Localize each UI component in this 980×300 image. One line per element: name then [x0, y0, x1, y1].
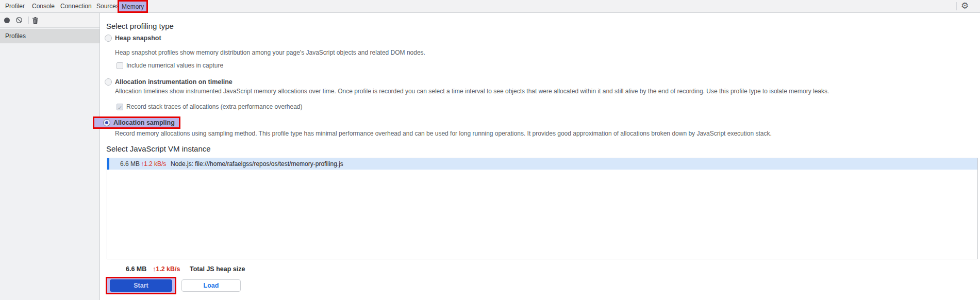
total-heap-size: 6.6 MB [126, 265, 146, 273]
load-button[interactable]: Load [181, 279, 241, 292]
radio-allocation-timeline-label[interactable]: Allocation instrumentation on timeline [115, 78, 232, 86]
heap-snapshot-description: Heap snapshot profiles show memory distr… [115, 49, 425, 56]
vm-heap-rate: ↑1.2 kB/s [141, 158, 166, 170]
total-heap-label: Total JS heap size [190, 265, 245, 273]
start-button[interactable]: Start [110, 279, 172, 292]
gear-icon[interactable]: ⚙ [961, 1, 969, 12]
total-heap-rate: ↑1.2 kB/s [153, 265, 180, 273]
sidebar-item-profiles[interactable]: Profiles [0, 29, 99, 43]
heap-total-row: 6.6 MB ↑1.2 kB/s Total JS heap size [101, 265, 980, 273]
checkbox-include-numerical-values[interactable] [117, 62, 123, 69]
vm-instance-heading: Select JavaScript VM instance [106, 144, 211, 154]
check-icon: ✓ [118, 105, 122, 111]
toolbar-divider [28, 16, 29, 24]
radio-allocation-sampling-label[interactable]: Allocation sampling [113, 119, 175, 127]
allocation-sampling-description: Record memory allocations using sampling… [115, 130, 772, 137]
tab-sources[interactable]: Sources [96, 0, 119, 12]
vm-instance-name: Node.js: file:///home/rafaelgss/repos/os… [171, 158, 343, 170]
checkbox-include-numerical-values-label[interactable]: Include numerical values in capture [126, 62, 223, 70]
annotation-box-allocation-sampling: Allocation sampling [93, 116, 180, 129]
memory-panel-main: Select profiling type Heap snapshot Heap… [101, 13, 980, 300]
vm-heap-size: 6.6 MB [120, 158, 140, 170]
annotation-box-memory-tab: Memory [118, 0, 148, 13]
annotation-box-start-button: Start [106, 277, 176, 294]
trash-icon[interactable] [32, 16, 39, 24]
tab-connection[interactable]: Connection [60, 0, 92, 12]
radio-allocation-timeline[interactable] [105, 78, 112, 86]
profiles-toolbar [0, 13, 99, 28]
devtools-tabbar: Profiler Console Connection Sources Memo… [0, 0, 980, 13]
vm-instance-list: 6.6 MB ↑1.2 kB/s Node.js: file:///home/r… [107, 158, 978, 259]
record-icon[interactable] [4, 18, 10, 23]
allocation-timeline-description: Allocation timelines show instrumented J… [115, 88, 829, 95]
tab-console[interactable]: Console [32, 0, 55, 12]
tabbar-divider [956, 2, 957, 10]
radio-heap-snapshot-label[interactable]: Heap snapshot [115, 34, 161, 42]
radio-heap-snapshot[interactable] [105, 35, 112, 42]
radio-allocation-sampling[interactable] [103, 119, 110, 126]
vm-instance-row[interactable]: 6.6 MB ↑1.2 kB/s Node.js: file:///home/r… [107, 158, 977, 170]
checkbox-record-stack-traces[interactable]: ✓ [117, 104, 123, 110]
tab-memory[interactable]: Memory [122, 3, 144, 10]
profiling-type-heading: Select profiling type [106, 22, 174, 31]
checkbox-record-stack-traces-label[interactable]: Record stack traces of allocations (extr… [126, 103, 303, 111]
clear-icon[interactable] [15, 16, 23, 24]
profiles-sidebar: Profiles [0, 13, 100, 300]
tab-profiler[interactable]: Profiler [5, 0, 25, 12]
